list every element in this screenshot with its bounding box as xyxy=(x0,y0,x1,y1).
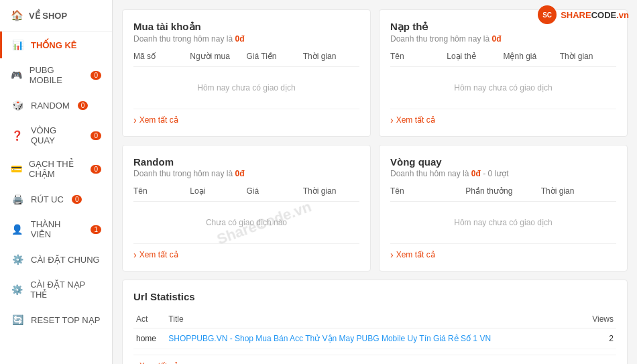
url-stats-table: Act Title Views homeSHOPPUBG.VN - Shop M… xyxy=(133,310,616,349)
logo-vn: .vn xyxy=(616,10,629,20)
sidebar-header: 🏠 VỀ SHOP xyxy=(0,0,112,32)
url-stats-card: Url Statistics Act Title Views homeSHOPP… xyxy=(122,280,628,364)
mua-tai-khoan-table-header: Mã số Người mua Giá Tiền Thời gian xyxy=(133,52,359,67)
th-title: Title xyxy=(166,310,582,328)
url-link[interactable]: SHOPPUBG.VN - Shop Mua Bán Acc Thử Vận M… xyxy=(168,334,491,343)
logo-icon: SC xyxy=(538,5,557,24)
sidebar-item-label-rut-uc: RÚT UC xyxy=(31,194,64,204)
chevron-right-icon xyxy=(133,249,137,260)
th-tg-random: Thời gian xyxy=(303,186,359,196)
sidebar-item-label-thong-ke: THỐNG KÊ xyxy=(31,40,77,50)
chevron-right-icon xyxy=(133,361,137,364)
sidebar-item-reset-top-nap[interactable]: 🔄RESET TOP NẠP xyxy=(0,306,112,333)
sidebar-item-gach-the-cham[interactable]: 💳GẠCH THẺ CHẬM0 xyxy=(0,152,112,186)
th-thoi-gian: Thời gian xyxy=(303,52,359,61)
url-row-act: home xyxy=(133,328,166,349)
url-row-views: 2 xyxy=(582,328,616,349)
vong-quay-icon: ❓ xyxy=(11,129,24,142)
thanh-vien-icon: 👤 xyxy=(11,223,24,236)
vong-quay-table-header: Tên Phần thưởng Thời gian xyxy=(390,186,616,202)
sidebar-item-label-cai-dat-chung: CÀI ĐẶT CHUNG xyxy=(31,255,100,265)
random-subtitle: Doanh thu trong hôm nay là 0đ xyxy=(133,169,359,178)
sidebar-item-vong-quay[interactable]: ❓VÒNG QUAY0 xyxy=(0,119,112,152)
badge-rut-uc: 0 xyxy=(72,195,82,204)
sidebar-item-thong-ke[interactable]: 📊THỐNG KÊ xyxy=(0,32,112,58)
th-nguoi-mua: Người mua xyxy=(190,52,246,61)
main-content: SC SHARECODE.vn Mua tài khoản Doanh thu … xyxy=(113,0,637,364)
th-views: Views xyxy=(582,310,616,328)
th-loai-random: Loại xyxy=(190,186,246,196)
sidebar-item-label-gach-the-cham: GẠCH THẺ CHẬM xyxy=(29,159,82,179)
chevron-right-icon xyxy=(390,249,394,260)
nap-the-card: Nạp thẻ Doanh thu trong hôm nay là 0đ Tê… xyxy=(379,9,628,137)
th-ten-vq: Tên xyxy=(390,186,465,196)
th-menh-gia: Mệnh giá xyxy=(504,52,560,61)
sidebar-item-label-random: RANDOM xyxy=(31,101,70,111)
th-gia-random: Giá xyxy=(247,186,303,196)
sidebar-item-label-reset-top-nap: RESET TOP NẠP xyxy=(31,315,100,325)
th-gia-tien: Giá Tiền xyxy=(247,52,303,61)
sidebar-item-cai-dat-nap-the[interactable]: ⚙️CÀI ĐẶT NẠP THẺ xyxy=(0,273,112,306)
random-card: Random Doanh thu trong hôm nay là 0đ Tên… xyxy=(122,145,371,271)
sidebar: 🏠 VỀ SHOP 📊THỐNG KÊ🎮PUBG MOBILE0🎲RANDOM0… xyxy=(0,0,113,364)
nap-the-subtitle: Doanh thu trong hôm nay là 0đ xyxy=(390,34,616,44)
logo-share: SHARE xyxy=(561,10,591,20)
sidebar-item-thanh-vien[interactable]: 👤THÀNH VIÊN1 xyxy=(0,213,112,246)
sidebar-header-label: VỀ SHOP xyxy=(29,11,67,21)
random-empty: Chưa có giao dịch nào xyxy=(133,207,359,238)
sidebar-item-label-cai-dat-nap-the: CÀI ĐẶT NẠP THẺ xyxy=(30,280,101,300)
sidebar-item-label-pubg-mobile: PUBG MOBILE xyxy=(30,65,83,85)
th-phan-thuong: Phần thưởng xyxy=(465,186,540,196)
random-table-header: Tên Loại Giá Thời gian xyxy=(133,186,359,202)
sidebar-item-label-vong-quay: VÒNG QUAY xyxy=(31,125,83,145)
random-view-all[interactable]: Xem tất cả xyxy=(133,243,359,260)
badge-random: 0 xyxy=(78,101,89,110)
random-title: Random xyxy=(133,156,359,168)
nap-the-table-header: Tên Loại thẻ Mệnh giá Thời gian xyxy=(390,52,616,67)
badge-thanh-vien: 1 xyxy=(91,225,101,234)
sidebar-item-label-thanh-vien: THÀNH VIÊN xyxy=(31,219,83,239)
thong-ke-icon: 📊 xyxy=(11,38,24,52)
url-table-header-row: Act Title Views xyxy=(133,310,616,328)
chevron-right-icon xyxy=(390,115,394,125)
mua-tai-khoan-subtitle: Doanh thu trong hôm nay là 0đ xyxy=(133,34,359,44)
vong-quay-subtitle: Doanh thu hôm nay là 0đ - 0 lượt xyxy=(390,169,616,178)
cai-dat-chung-icon: ⚙️ xyxy=(11,253,24,266)
url-row-title: SHOPPUBG.VN - Shop Mua Bán Acc Thử Vận M… xyxy=(166,328,582,349)
url-stats-view-all[interactable]: Xem tất cả xyxy=(133,355,616,364)
vong-quay-card: Vòng quay Doanh thu hôm nay là 0đ - 0 lư… xyxy=(379,145,628,271)
logo-text: SHARECODE.vn xyxy=(561,10,629,20)
url-stats-title: Url Statistics xyxy=(133,291,616,302)
cai-dat-nap-the-icon: ⚙️ xyxy=(11,283,23,296)
logo-code: CODE xyxy=(591,10,617,20)
chevron-right-icon xyxy=(133,115,137,125)
sidebar-item-pubg-mobile[interactable]: 🎮PUBG MOBILE0 xyxy=(0,58,112,92)
random-icon: 🎲 xyxy=(11,99,24,112)
pubg-mobile-icon: 🎮 xyxy=(11,68,23,82)
top-cards-row: Mua tài khoản Doanh thu trong hôm nay là… xyxy=(122,9,628,137)
th-thoi-gian-nap: Thời gian xyxy=(560,52,616,61)
bottom-cards-row: Random Doanh thu trong hôm nay là 0đ Tên… xyxy=(122,145,628,271)
sidebar-item-random[interactable]: 🎲RANDOM0 xyxy=(0,92,112,119)
badge-gach-the-cham: 0 xyxy=(91,165,101,174)
rut-uc-icon: 🖨️ xyxy=(11,192,24,206)
nap-the-view-all[interactable]: Xem tất cả xyxy=(390,109,616,125)
vong-quay-view-all[interactable]: Xem tất cả xyxy=(390,243,616,260)
mua-tai-khoan-card: Mua tài khoản Doanh thu trong hôm nay là… xyxy=(122,9,371,137)
sidebar-item-rut-uc[interactable]: 🖨️RÚT UC0 xyxy=(0,186,112,213)
th-loai-the: Loại thẻ xyxy=(447,52,503,61)
url-table-body: homeSHOPPUBG.VN - Shop Mua Bán Acc Thử V… xyxy=(133,328,616,349)
gach-the-cham-icon: 💳 xyxy=(11,162,22,176)
th-tg-vq: Thời gian xyxy=(541,186,616,196)
logo-area: SC SHARECODE.vn xyxy=(538,5,629,24)
th-ma-so: Mã số xyxy=(133,52,190,61)
vong-quay-empty: Hôm nay chưa có giao dịch xyxy=(390,207,616,238)
badge-vong-quay: 0 xyxy=(91,131,101,140)
sidebar-item-cai-dat-chung[interactable]: ⚙️CÀI ĐẶT CHUNG xyxy=(0,246,112,273)
mua-tai-khoan-title: Mua tài khoản xyxy=(133,21,359,33)
home-icon: 🏠 xyxy=(11,9,23,21)
badge-pubg-mobile: 0 xyxy=(91,71,101,80)
nap-the-empty: Hôm nay chưa có giao dịch xyxy=(390,72,616,103)
vong-quay-title: Vòng quay xyxy=(390,156,616,168)
mua-tai-khoan-view-all[interactable]: Xem tất cả xyxy=(133,109,359,125)
